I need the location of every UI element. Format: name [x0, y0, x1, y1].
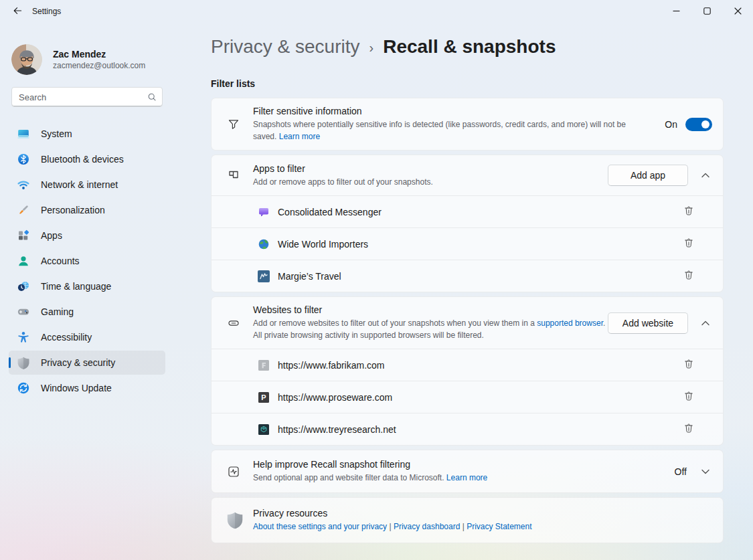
link-separator: | — [389, 522, 391, 531]
treyresearch-site-icon — [258, 424, 270, 436]
back-arrow-icon — [12, 5, 23, 18]
link-separator: | — [463, 522, 465, 531]
fabrikam-site-icon — [258, 359, 270, 371]
close-button[interactable] — [722, 0, 753, 23]
app-filter-row: Consolidated Messenger — [212, 195, 723, 227]
bluetooth-icon — [17, 153, 30, 166]
help-improve-title: Help improve Recall snapshot filtering — [253, 459, 487, 470]
user-email: zacmendez@outlook.com — [53, 61, 145, 70]
apps-to-filter-card: Apps to filter Add or remove apps to fil… — [211, 155, 724, 292]
learn-more-link[interactable]: Learn more — [446, 473, 487, 482]
trash-icon — [683, 237, 695, 251]
websites-to-filter-card: Websites to filter Add or remove website… — [211, 296, 724, 446]
sidebar-item-gaming[interactable]: Gaming — [9, 300, 165, 324]
expander-state-label: Off — [675, 466, 687, 477]
delete-website-button[interactable] — [681, 389, 696, 405]
delete-website-button[interactable] — [681, 421, 696, 438]
breadcrumb-parent[interactable]: Privacy & security — [211, 34, 360, 60]
page-title: Recall & snapshots — [383, 34, 556, 60]
sidebar-item-label: System — [41, 128, 72, 139]
margies-travel-app-icon — [258, 270, 270, 282]
sidebar-item-label: Accessibility — [41, 332, 92, 343]
link-icon — [226, 316, 241, 330]
trash-icon — [683, 269, 695, 283]
website-filter-row: https://www.fabrikam.com — [212, 349, 723, 381]
close-icon — [734, 7, 742, 17]
time-language-icon — [17, 280, 30, 293]
sidebar-item-label: Network & internet — [41, 179, 118, 190]
accessibility-icon — [17, 331, 30, 344]
website-url: https://www.treyresearch.net — [278, 424, 396, 435]
back-button[interactable] — [4, 1, 31, 21]
accounts-icon — [17, 254, 30, 268]
user-profile[interactable]: Zac Mendez zacmendez@outlook.com — [11, 44, 163, 75]
sidebar-item-bluetooth-devices[interactable]: Bluetooth & devices — [9, 147, 165, 171]
trash-icon — [683, 205, 695, 219]
pulse-icon — [226, 465, 241, 478]
delete-app-button[interactable] — [681, 268, 696, 284]
sidebar-item-system[interactable]: System — [9, 122, 165, 146]
privacy-resources-card: Privacy resources About these settings a… — [211, 497, 724, 543]
sidebar-item-label: Privacy & security — [41, 357, 115, 368]
sidebar-item-accounts[interactable]: Accounts — [9, 249, 165, 273]
toggle-state-label: On — [665, 119, 677, 130]
sidebar-item-accessibility[interactable]: Accessibility — [9, 325, 165, 349]
maximize-icon — [703, 7, 711, 17]
delete-app-button[interactable] — [681, 236, 696, 252]
sidebar-item-privacy-security[interactable]: Privacy & security — [9, 351, 165, 375]
website-filter-row: P https://www.proseware.com — [212, 381, 723, 413]
search-input[interactable] — [11, 87, 163, 107]
minimize-icon — [673, 7, 680, 17]
websites-to-filter-description: Add or remove websites to filter out of … — [253, 317, 608, 341]
personalization-icon — [17, 203, 30, 217]
system-icon — [17, 127, 30, 141]
sidebar-item-label: Gaming — [41, 306, 74, 317]
about-settings-privacy-link[interactable]: About these settings and your privacy — [253, 522, 387, 531]
chevron-down-icon[interactable] — [699, 465, 712, 478]
supported-browser-link[interactable]: supported browser — [537, 318, 603, 328]
help-improve-description-text: Send optional app and website filter dat… — [253, 473, 444, 482]
user-info: Zac Mendez zacmendez@outlook.com — [53, 49, 145, 70]
privacy-resources-links: About these settings and your privacy | … — [253, 521, 532, 533]
section-heading: Filter lists — [211, 78, 724, 90]
sidebar-item-time-language[interactable]: Time & language — [9, 274, 165, 298]
app-name: Margie’s Travel — [278, 271, 341, 282]
sidebar-item-personalization[interactable]: Personalization — [9, 198, 165, 222]
delete-app-button[interactable] — [681, 203, 696, 220]
sidebar-item-label: Bluetooth & devices — [41, 154, 124, 165]
website-filter-row: https://www.treyresearch.net — [212, 413, 723, 445]
titlebar: Settings — [0, 0, 753, 23]
sidebar-item-label: Time & language — [41, 281, 111, 292]
privacy-dashboard-link[interactable]: Privacy dashboard — [394, 522, 460, 531]
add-app-button[interactable]: Add app — [608, 165, 688, 186]
sidebar-item-apps[interactable]: Apps — [9, 223, 165, 248]
sidebar-item-network-internet[interactable]: Network & internet — [9, 173, 165, 197]
sidebar-item-label: Windows Update — [41, 383, 112, 393]
filter-sensitive-toggle[interactable] — [685, 118, 712, 131]
add-website-button[interactable]: Add website — [608, 312, 688, 334]
maximize-button[interactable] — [691, 0, 722, 23]
window-controls — [661, 0, 753, 23]
chevron-up-icon[interactable] — [699, 169, 712, 182]
app-filter-row: Margie’s Travel — [212, 260, 723, 292]
filter-funnel-icon — [226, 118, 241, 131]
website-url: https://www.proseware.com — [278, 392, 392, 403]
breadcrumb-separator-icon: › — [369, 35, 374, 60]
sidebar-item-windows-update[interactable]: Windows Update — [9, 376, 165, 400]
apps-to-filter-title: Apps to filter — [253, 163, 433, 174]
windows-update-icon — [17, 381, 30, 395]
delete-website-button[interactable] — [681, 357, 696, 373]
learn-more-link[interactable]: Learn more — [279, 132, 320, 141]
website-url: https://www.fabrikam.com — [278, 360, 385, 371]
user-name: Zac Mendez — [53, 49, 145, 60]
minimize-button[interactable] — [661, 0, 691, 23]
network-icon — [17, 178, 30, 191]
main-content: Privacy & security › Recall & snapshots … — [211, 23, 724, 543]
privacy-statement-link[interactable]: Privacy Statement — [467, 522, 531, 531]
help-improve-card: Help improve Recall snapshot filtering S… — [211, 450, 724, 493]
consolidated-messenger-app-icon — [258, 206, 270, 218]
shield-icon — [226, 511, 244, 530]
chevron-up-icon[interactable] — [699, 316, 712, 330]
proseware-site-icon: P — [258, 391, 270, 403]
window-title: Settings — [32, 7, 61, 16]
